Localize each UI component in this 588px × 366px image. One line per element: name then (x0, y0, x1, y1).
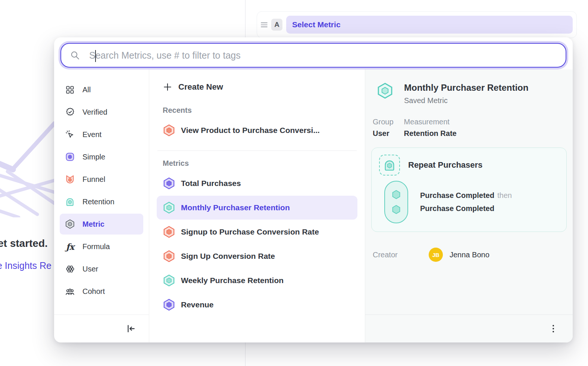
sidebar-item-label: Retention (82, 198, 115, 206)
funnel-icon (65, 174, 75, 184)
event-cursor-icon (65, 130, 75, 140)
sidebar-item-verified[interactable]: Verified (60, 102, 143, 122)
filter-sidebar: All Verified Event Simple (54, 69, 149, 342)
list-item-metric[interactable]: Total Purchases (157, 171, 357, 195)
metric-list: Create New Recents View Product to Purch… (149, 69, 365, 342)
list-item-label: Weekly Purchase Retention (181, 276, 284, 285)
group-value: User (373, 129, 394, 138)
sidebar-item-all[interactable]: All (60, 79, 143, 100)
sidebar-item-label: Metric (82, 220, 104, 229)
list-item-label: Signup to Purchase Conversion Rate (181, 227, 319, 236)
details-footer (365, 314, 573, 342)
search-focus-ring (59, 41, 568, 69)
list-item-label: Total Purchases (181, 179, 241, 188)
drag-handle-icon[interactable] (261, 22, 268, 28)
sidebar-item-label: Funnel (82, 175, 105, 184)
simple-metric-hexagon-icon (163, 298, 175, 311)
select-metric-bar: A Select Metric (257, 11, 577, 38)
sidebar-item-label: Verified (82, 108, 107, 117)
step-line-2: Purchase Completed (420, 204, 512, 213)
list-item-label: Revenue (181, 300, 214, 309)
funnel-metric-hexagon-icon (163, 250, 175, 263)
select-metric-field[interactable]: Select Metric (286, 16, 573, 34)
background-heading-fragment: et started. (0, 238, 48, 249)
recents-section-label: Recents (157, 106, 357, 115)
measurement-value: Retention Rate (404, 129, 457, 138)
retention-metric-hexagon-icon (163, 274, 175, 287)
funnel-metric-hexagon-icon (163, 124, 175, 137)
search-input[interactable] (88, 50, 557, 61)
cohort-icon (65, 286, 75, 297)
metrics-section-label: Metrics (157, 159, 357, 168)
event-hexagon-icon (391, 189, 402, 200)
metric-letter-badge: A (271, 19, 282, 31)
details-properties: Group Measurement User Retention Rate (373, 118, 567, 138)
retention-icon (65, 197, 75, 207)
sidebar-footer (54, 314, 149, 342)
list-item-metric[interactable]: Signup to Purchase Conversion Rate (157, 220, 357, 244)
step-line-1: Purchase Completedthen (420, 191, 512, 200)
retention-metric-hexagon-icon (163, 201, 175, 214)
user-cluster-icon (65, 264, 75, 274)
metric-hexagon-icon (65, 219, 75, 229)
list-divider (157, 151, 357, 151)
sidebar-item-label: Formula (82, 242, 110, 251)
group-label: Group (373, 118, 394, 126)
then-connector: then (497, 191, 512, 199)
sidebar-item-simple[interactable]: Simple (60, 146, 143, 167)
list-item-recent-metric[interactable]: View Product to Purchase Conversi... (157, 118, 357, 142)
list-item-metric-selected[interactable]: Monthly Purchaser Retention (157, 196, 357, 220)
sidebar-item-label: User (82, 265, 98, 273)
saved-metric-hexagon-icon (376, 82, 394, 99)
search-icon (70, 50, 80, 61)
creator-avatar: JB (429, 248, 443, 262)
list-item-label: View Product to Purchase Conversi... (181, 126, 320, 135)
verified-badge-icon (65, 107, 75, 117)
saved-definition-card: Repeat Purchasers Purchase Completedthen… (371, 148, 567, 232)
list-item-label: Monthly Purchaser Retention (181, 203, 290, 212)
create-new-label: Create New (178, 82, 223, 92)
creator-label: Creator (373, 251, 429, 259)
measurement-label: Measurement (404, 118, 457, 126)
decorative-chart-lines (0, 120, 63, 217)
details-subtitle: Saved Metric (404, 96, 528, 105)
list-item-label: Sign Up Conversion Rate (181, 252, 275, 261)
collapse-left-icon (126, 323, 136, 334)
sidebar-item-formula[interactable]: ƒx Formula (60, 236, 143, 257)
sidebar-item-label: Cohort (82, 287, 105, 296)
funnel-metric-hexagon-icon (163, 226, 175, 238)
create-new-button[interactable]: Create New (157, 76, 357, 98)
text-cursor (95, 50, 96, 62)
collapse-sidebar-button[interactable] (123, 321, 138, 336)
sidebar-item-metric[interactable]: Metric (60, 214, 143, 235)
simple-metric-icon (65, 152, 75, 162)
sidebar-item-retention[interactable]: Retention (60, 191, 143, 212)
sidebar-item-funnel[interactable]: Funnel (60, 169, 143, 190)
grid-icon (65, 85, 75, 95)
plus-icon (163, 82, 172, 92)
list-item-metric[interactable]: Sign Up Conversion Rate (157, 244, 357, 268)
sidebar-item-user[interactable]: User (60, 258, 143, 279)
sidebar-item-label: Event (82, 130, 101, 139)
kebab-menu-icon (549, 324, 558, 334)
creator-name: Jenna Bono (450, 251, 490, 259)
event-hexagon-icon (391, 204, 402, 215)
metric-picker-modal: All Verified Event Simple (54, 37, 573, 342)
details-title: Monthly Purchaser Retention (404, 82, 528, 93)
sidebar-item-label: Simple (82, 153, 105, 161)
more-options-button[interactable] (547, 322, 560, 336)
details-header: Monthly Purchaser Retention Saved Metric (371, 82, 567, 105)
list-item-metric[interactable]: Revenue (157, 293, 357, 317)
definition-card-title: Repeat Purchasers (408, 160, 482, 170)
formula-icon: ƒx (65, 242, 75, 252)
background-link-fragment[interactable]: e Insights Re (0, 260, 51, 271)
sidebar-item-event[interactable]: Event (60, 124, 143, 145)
list-item-metric[interactable]: Weekly Purchase Retention (157, 269, 357, 292)
retention-definition-icon (379, 155, 400, 176)
simple-metric-hexagon-icon (163, 177, 175, 190)
event-sequence-capsule (384, 181, 408, 223)
sidebar-item-label: All (82, 86, 91, 94)
metric-details-panel: Monthly Purchaser Retention Saved Metric… (365, 69, 573, 342)
search-field[interactable] (60, 43, 566, 68)
sidebar-item-cohort[interactable]: Cohort (60, 281, 143, 302)
